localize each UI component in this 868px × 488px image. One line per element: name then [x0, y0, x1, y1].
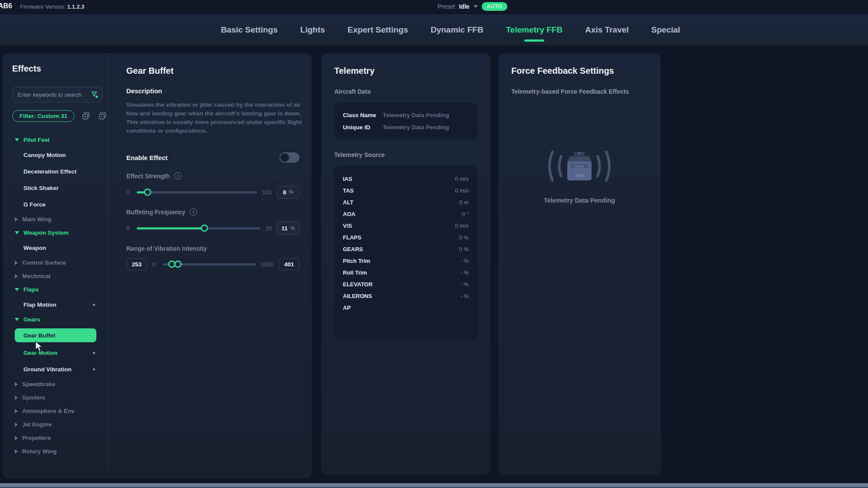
- search-input[interactable]: [17, 91, 91, 98]
- range-max: 2500: [261, 261, 273, 268]
- tree-item-label: Propellers: [22, 435, 51, 441]
- copy-remove-icon[interactable]: [98, 111, 108, 121]
- selected-pill[interactable]: Gear Buffet: [15, 328, 96, 342]
- tree-item-gear-motion[interactable]: Gear Motion: [6, 344, 107, 361]
- caret-right-icon[interactable]: [15, 217, 18, 222]
- filter-button[interactable]: Filter: Custom 31: [12, 110, 75, 122]
- buffeting-frequency-thumb[interactable]: [201, 225, 208, 232]
- tree-item-label: Weapon System: [23, 229, 69, 236]
- tree-item-flap-motion[interactable]: Flap Motion: [6, 296, 107, 313]
- tree-item-control-surface[interactable]: Control Surface: [6, 256, 107, 269]
- tree-item-main-wing[interactable]: Main Wing: [6, 213, 107, 226]
- info-icon[interactable]: i: [174, 172, 181, 180]
- effect-strength-slider-row: 0 100 8 %: [126, 186, 299, 199]
- caret-right-icon[interactable]: [15, 382, 18, 386]
- force-feedback-panel: Force Feedback Settings Telemetry-based …: [498, 53, 661, 475]
- tree-item-atmosphere-env[interactable]: Atmosphere & Env: [6, 404, 107, 418]
- search-box[interactable]: [12, 87, 102, 102]
- tree-item-g-force[interactable]: G Force: [6, 196, 107, 213]
- tree-item-label: Flaps: [23, 286, 39, 293]
- tab-lights[interactable]: Lights: [300, 25, 325, 35]
- caret-right-icon[interactable]: [15, 422, 18, 427]
- effects-and-detail-panel: Effects Filter: Custom 31: [3, 53, 312, 478]
- range-high-thumb[interactable]: [174, 261, 182, 268]
- notification-dot: [93, 368, 95, 370]
- telemetry-panel: Telemetry Aircraft Data Class NameTeleme…: [321, 53, 490, 475]
- horizontal-scrollbar[interactable]: [0, 483, 868, 487]
- tree-item-spoilers[interactable]: Spoilers: [6, 391, 107, 404]
- buffeting-frequency-label: Buffeting Frequency: [126, 209, 185, 216]
- caret-down-icon[interactable]: [15, 288, 19, 291]
- tree-item-gears[interactable]: Gears: [6, 313, 107, 326]
- tree-item-label: Ground Vibration: [23, 366, 72, 373]
- tree-item-stick-shaker[interactable]: Stick Shaker: [6, 180, 107, 196]
- chevron-down-icon[interactable]: [473, 5, 478, 8]
- tree-item-ground-vibration[interactable]: Ground Vibration: [6, 361, 107, 377]
- tab-telemetry-ffb[interactable]: Telemetry FFB: [506, 25, 563, 35]
- enable-effect-label: Enable Effect: [126, 154, 168, 161]
- info-icon[interactable]: i: [190, 208, 197, 216]
- tree-item-deceleration-effect[interactable]: Deceleration Effect: [6, 163, 107, 180]
- caret-down-icon[interactable]: [15, 318, 19, 321]
- range-low-input[interactable]: 253: [126, 258, 147, 270]
- tree-item-label: Jet Engine: [22, 421, 52, 428]
- tab-expert-settings[interactable]: Expert Settings: [348, 25, 408, 35]
- row-label: IAS: [343, 176, 352, 182]
- tree-item-weapon-system[interactable]: Weapon System: [6, 226, 107, 239]
- row-value: Telemetry Data Pending: [383, 124, 449, 131]
- telemetry-source-row: ALT0 m: [343, 197, 469, 208]
- tree-item-rotary-wing[interactable]: Rotary Wing: [6, 445, 107, 458]
- tab-axis-travel[interactable]: Axis Travel: [585, 25, 628, 35]
- effect-strength-track[interactable]: [137, 191, 257, 193]
- row-value: Telemetry Data Pending: [383, 112, 449, 118]
- row-value: 0 m: [459, 199, 469, 206]
- tree-item-canopy-motion[interactable]: Canopy Motion: [6, 147, 107, 163]
- telemetry-source-row: GEARS0 %: [343, 243, 469, 255]
- telemetry-title: Telemetry: [334, 66, 477, 76]
- preset-value[interactable]: Idle: [459, 3, 469, 10]
- caret-right-icon[interactable]: [15, 396, 18, 400]
- tree-item-propellers[interactable]: Propellers: [6, 431, 107, 445]
- tab-basic-settings[interactable]: Basic Settings: [221, 25, 278, 35]
- tab-dynamic-ffb[interactable]: Dynamic FFB: [431, 25, 483, 35]
- caret-right-icon[interactable]: [15, 261, 18, 265]
- enable-effect-toggle[interactable]: [279, 152, 299, 163]
- vibration-range-track[interactable]: [163, 263, 256, 265]
- row-label: Pitch Trim: [343, 258, 370, 264]
- preset-selector[interactable]: Preset Idle AUTO: [437, 2, 507, 11]
- filter-funnel-icon[interactable]: [91, 91, 99, 98]
- tree-item-label: Speedbrake: [22, 381, 56, 387]
- tab-special[interactable]: Special: [651, 25, 681, 35]
- effect-detail: Gear Buffet Description Simulates the vi…: [124, 53, 312, 478]
- buffeting-frequency-value[interactable]: 11 %: [277, 222, 299, 235]
- tree-item-jet-engine[interactable]: Jet Engine: [6, 418, 107, 431]
- tree-item-flaps[interactable]: Flaps: [6, 283, 107, 296]
- tree-item-mechnical[interactable]: Mechnical: [6, 269, 107, 283]
- tree-item-speedbrake[interactable]: Speedbrake: [6, 377, 107, 391]
- range-high-input[interactable]: 401: [279, 258, 299, 270]
- telemetry-source-row: AP: [343, 302, 469, 314]
- telemetry-source-row: TAS0 m/s: [343, 185, 469, 197]
- effect-strength-value[interactable]: 8 %: [277, 186, 299, 199]
- tree-item-label: Spoilers: [22, 394, 45, 401]
- ffb-title: Force Feedback Settings: [511, 66, 648, 76]
- caret-right-icon[interactable]: [15, 409, 18, 413]
- caret-right-icon[interactable]: [15, 274, 18, 278]
- copy-add-icon[interactable]: [82, 111, 91, 121]
- caret-down-icon[interactable]: [15, 231, 19, 234]
- telemetry-source-row: V/S0 m/s: [343, 220, 469, 232]
- effect-strength-thumb[interactable]: [144, 189, 151, 196]
- row-value: 0 m/s: [455, 223, 469, 229]
- telemetry-source-row: ELEVATOR- %: [343, 278, 469, 290]
- tree-item-pilot-feel[interactable]: Pilot Feel: [6, 133, 107, 147]
- auto-badge[interactable]: AUTO: [482, 2, 508, 11]
- row-label: ALT: [343, 199, 353, 206]
- caret-right-icon[interactable]: [15, 436, 18, 440]
- tree-item-weapon[interactable]: Weapon: [6, 239, 107, 256]
- caret-down-icon[interactable]: [15, 138, 19, 141]
- caret-right-icon[interactable]: [15, 449, 18, 454]
- tree-item-gear-buffet[interactable]: Gear Buffet: [6, 326, 107, 344]
- buffeting-frequency-track[interactable]: [137, 227, 260, 229]
- tree-item-label: Deceleration Effect: [23, 168, 76, 175]
- telemetry-source-row: AOA0 °: [343, 208, 469, 220]
